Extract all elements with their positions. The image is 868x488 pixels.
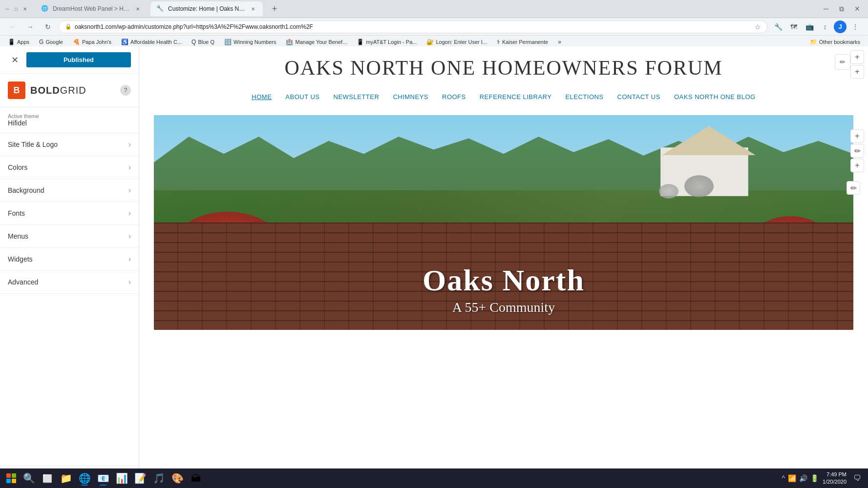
window-close[interactable]: ✕ [850,2,864,16]
system-tray-expand[interactable]: ^ [782,474,785,482]
zoom-in-second-button[interactable]: + [850,65,864,79]
user-avatar[interactable]: J [834,20,847,33]
browser-tab-2[interactable]: 🔧 Customize: Home | Oaks North C... ✕ [150,1,263,16]
menu-item-colors[interactable]: Colors › [0,156,139,179]
minimize-button[interactable]: ─ [4,5,11,12]
window-restore[interactable]: ⧉ [835,2,848,16]
tab-close-1[interactable]: ✕ [134,5,142,13]
taskbar-chrome[interactable]: 🌐 [76,470,93,487]
nav-elections[interactable]: ELECTIONS [558,89,610,104]
window-minimize[interactable]: ─ [819,2,833,16]
taskbar-media[interactable]: 🎵 [150,470,167,487]
zoom-in-top-button[interactable]: + [850,50,864,64]
menu-item-site-title[interactable]: Site Title & Logo › [0,133,139,156]
menu-item-menus[interactable]: Menus › [0,225,139,248]
active-theme-name: Hifidel [8,119,131,127]
battery-icon[interactable]: 🔋 [810,474,819,482]
pencil-mid-button[interactable]: ✏ [850,144,864,158]
bookmark-benefits[interactable]: 🏥 Manage Your Benef... [282,38,351,46]
nav-home[interactable]: HOME [245,89,278,104]
clock-date: 1/20/2020 [823,478,847,486]
google-account-icon[interactable]: 🗺 [787,20,801,34]
taskbar-excel[interactable]: 📊 [113,470,130,487]
active-theme-section: Active theme Hifidel [0,107,139,133]
notification-button[interactable]: 🗨 [850,471,864,485]
volume-icon[interactable]: 🔊 [799,474,807,482]
nav-roofs[interactable]: ROOFS [435,89,473,104]
nav-chimneys[interactable]: CHIMNEYS [386,89,435,104]
browser-tab-1[interactable]: 🌐 DreamHost Web Panel > Home ✕ [35,1,148,16]
close-button[interactable]: ✕ [21,5,28,12]
bookmark-health[interactable]: ♿ Affordable Health C... [117,38,186,46]
more-menu-icon[interactable]: ⋮ [848,20,862,34]
nav-about[interactable]: ABOUT US [278,89,326,104]
bookmark-logon[interactable]: 🔐 Logon: Enter User I... [423,38,491,46]
bookmark-more[interactable]: » [554,38,565,46]
published-button[interactable]: Published [26,52,131,67]
bookmark-label: Apps [17,39,29,45]
menu-item-fonts[interactable]: Fonts › [0,202,139,225]
sync-icon[interactable]: ↕ [818,20,832,34]
google-icon: G [39,39,43,45]
menu-item-advanced[interactable]: Advanced › [0,271,139,294]
extensions-icon[interactable]: 🔧 [771,20,785,34]
window-controls: ─ □ ✕ [4,5,28,12]
zoom-in-lower-button[interactable]: + [850,159,864,172]
refresh-button[interactable]: ↻ [41,20,55,34]
menu-item-background[interactable]: Background › [0,179,139,202]
bookmark-papajohns[interactable]: 🍕 Papa John's [69,38,115,46]
bookmark-label: Manage Your Benef... [295,39,347,45]
nav-contact[interactable]: CONTACT US [611,89,667,104]
nav-reference[interactable]: REFERENCE LIBRARY [473,89,559,104]
address-bar[interactable]: 🔒 oaksnorth1.com/wp-admin/customize.php?… [59,20,767,33]
bookmark-blueq[interactable]: Q Blue Q [188,38,218,46]
forward-button[interactable]: → [23,20,37,34]
windows-logo [6,473,16,483]
back-button[interactable]: ← [6,20,20,34]
clock[interactable]: 7:49 PM 1/20/2020 [823,471,847,486]
taskbar-mountain[interactable]: 🏔 [188,470,204,487]
bookmark-google[interactable]: G Google [35,38,67,46]
start-button[interactable] [4,471,19,486]
menu-item-label: Advanced [8,278,128,286]
help-button[interactable]: ? [120,85,131,96]
menu-item-label: Widgets [8,255,128,263]
toolbar-icons: 🔧 🗺 📺 ↕ J ⋮ [771,20,862,34]
bookmark-apps[interactable]: 📱 Apps [4,38,33,46]
bookmark-label: Papa John's [82,39,111,45]
bookmark-other[interactable]: 📁 Other bookmarks [806,38,864,46]
taskbar-paint[interactable]: 🎨 [169,470,186,487]
menu-item-widgets[interactable]: Widgets › [0,248,139,271]
bookmark-att[interactable]: 📱 myAT&T Login - Pa... [353,38,421,46]
taskbar-outlook[interactable]: 📧 [95,470,111,487]
nav-blog[interactable]: OAKS NORTH ONE BLOG [667,89,762,104]
taskbar-word[interactable]: 📝 [132,470,148,487]
bookmark-winning[interactable]: 🔢 Winning Numbers [220,38,280,46]
tab-close-2[interactable]: ✕ [249,5,257,13]
logon-icon: 🔐 [426,39,434,45]
taskbar-file-explorer[interactable]: 📁 [58,470,74,487]
boldgrid-logo-section: B BOLDGRID ? [0,74,139,107]
pencil-float-button[interactable]: ✏ [847,181,860,195]
search-icon: 🔍 [23,472,35,484]
bookmark-star-icon[interactable]: ☆ [755,23,761,31]
tab-title-2: Customize: Home | Oaks North C... [168,5,245,12]
nav-newsletter[interactable]: NEWSLETTER [327,89,386,104]
taskbar-task-view[interactable]: ⬜ [39,470,56,487]
maximize-button[interactable]: □ [13,5,20,12]
new-tab-button[interactable]: + [268,2,281,16]
rock-2 [659,184,678,199]
wifi-icon[interactable]: 📶 [788,474,796,482]
chevron-right-icon: › [128,163,131,172]
zoom-in-mid-button[interactable]: + [850,129,864,143]
edit-header-button[interactable]: ✏ [835,54,850,70]
panel-close-button[interactable]: ✕ [8,53,21,67]
cast-icon[interactable]: 📺 [803,20,816,34]
winning-icon: 🔢 [224,39,232,45]
taskbar-search[interactable]: 🔍 [21,470,37,487]
chrome-icon: 🌐 [79,472,91,484]
taskbar-right: ^ 📶 🔊 🔋 7:49 PM 1/20/2020 🗨 [782,471,864,486]
folder-icon: 📁 [60,472,72,484]
menu-item-label: Fonts [8,209,128,217]
bookmark-kaiser[interactable]: ⚕ Kaiser Permanente [493,38,552,46]
